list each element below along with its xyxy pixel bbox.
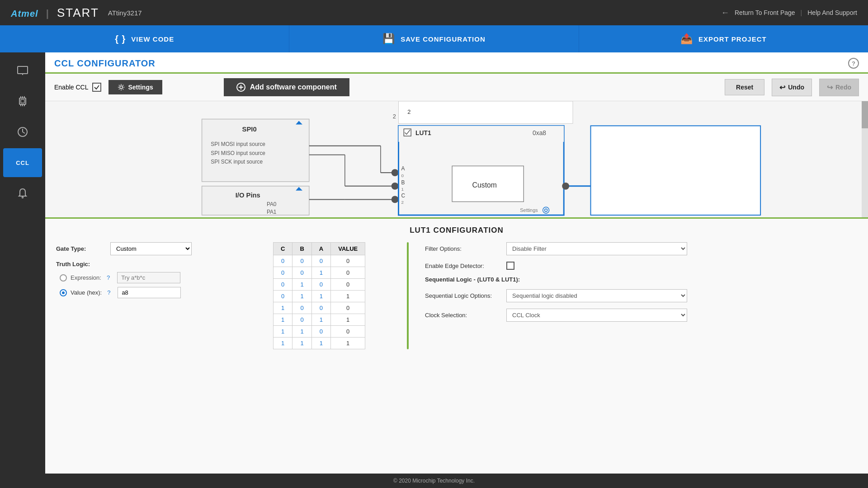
- return-front-page-link[interactable]: Return To Front Page: [735, 9, 795, 16]
- value-hex-input[interactable]: [118, 287, 181, 298]
- add-component-button[interactable]: Add software component: [224, 78, 349, 96]
- header: Atmel | START ATtiny3217 ← Return To Fro…: [0, 0, 868, 25]
- sequential-logic-title: Sequential Logic - (LUT0 & LUT1):: [425, 276, 857, 283]
- lut1-config-panel: LUT1 CONFIGURATION Gate Type: Custom Tru…: [45, 219, 868, 488]
- table-cell: 0: [331, 279, 365, 291]
- svg-text:0: 0: [401, 173, 404, 178]
- expression-input[interactable]: [117, 272, 180, 283]
- diagram-scrollbar[interactable]: [862, 101, 868, 217]
- svg-text:2: 2: [401, 200, 404, 205]
- svg-rect-4: [21, 99, 24, 103]
- config-middle: C B A VALUE 0000001001000111100010111100…: [273, 242, 400, 349]
- svg-text:2: 2: [393, 113, 396, 120]
- table-cell: 0: [311, 326, 330, 338]
- settings-button[interactable]: Settings: [108, 80, 162, 94]
- gate-type-row: Gate Type: Custom: [56, 242, 273, 255]
- view-code-button[interactable]: { } VIEW CODE: [0, 25, 289, 52]
- table-cell: 0: [292, 302, 311, 314]
- table-row: 0010: [274, 267, 365, 279]
- undo-icon: ↩: [779, 83, 785, 92]
- table-row: 0000: [274, 255, 365, 267]
- gear-icon: [118, 84, 125, 91]
- reset-label: Reset: [736, 84, 753, 91]
- enable-ccl-checkbox[interactable]: [92, 83, 101, 92]
- content-area: CCL CONFIGURATOR ? Enable CCL Settings: [45, 52, 868, 488]
- help-support-link[interactable]: Help And Support: [807, 9, 857, 16]
- filter-options-select[interactable]: Disable Filter: [506, 242, 687, 255]
- header-right: ← Return To Front Page | Help And Suppor…: [721, 8, 857, 18]
- save-config-button[interactable]: 💾 SAVE CONFIGURATION: [289, 25, 579, 52]
- ccl-header: CCL CONFIGURATOR ?: [45, 52, 868, 74]
- config-left: Gate Type: Custom Truth Logic: Expressio…: [56, 242, 273, 349]
- svg-text:1: 1: [401, 187, 404, 192]
- table-cell: 1: [331, 291, 365, 302]
- arrow-left-icon: ←: [721, 8, 729, 18]
- svg-text:LUT1: LUT1: [415, 129, 431, 136]
- gate-type-select[interactable]: Custom: [110, 242, 192, 255]
- sidebar-item-chip[interactable]: [3, 87, 42, 116]
- redo-button[interactable]: ↪ Redo: [819, 79, 859, 96]
- sequential-logic-select[interactable]: Sequential logic disabled: [506, 289, 687, 302]
- device-name: ATtiny3217: [108, 9, 142, 17]
- expression-radio[interactable]: [60, 274, 67, 282]
- sequential-logic-options-row: Sequential Logic Options: Sequential log…: [425, 289, 857, 302]
- sequential-logic-options-label: Sequential Logic Options:: [425, 292, 506, 299]
- config-right: Filter Options: Disable Filter Enable Ed…: [416, 242, 857, 349]
- logo-pipe: |: [46, 8, 49, 19]
- svg-text:SPI0: SPI0: [242, 126, 257, 133]
- save-icon: 💾: [382, 33, 395, 45]
- table-cell: 1: [331, 314, 365, 326]
- export-icon: 📤: [680, 33, 693, 45]
- table-cell: 0: [331, 302, 365, 314]
- value-hex-help-icon[interactable]: ?: [107, 289, 110, 296]
- table-cell: 1: [274, 314, 292, 326]
- svg-text:2: 2: [407, 108, 410, 115]
- diagram-svg: 2 SPI0 SPI MOSI input source SPI MISO in…: [45, 101, 868, 217]
- svg-text:B: B: [401, 179, 405, 186]
- diagram-area: 2 SPI0 SPI MOSI input source SPI MISO in…: [45, 101, 868, 219]
- svg-text:SPI MOSI input source: SPI MOSI input source: [211, 141, 265, 147]
- table-cell: 0: [331, 267, 365, 279]
- sequential-logic-title-row: Sequential Logic - (LUT0 & LUT1):: [425, 276, 857, 283]
- svg-point-15: [22, 197, 24, 198]
- undo-button[interactable]: ↩ Undo: [772, 79, 812, 96]
- svg-rect-21: [399, 101, 573, 123]
- diagram-scrollbar-thumb[interactable]: [862, 101, 868, 128]
- sidebar-item-screen[interactable]: [3, 56, 42, 85]
- filter-options-row: Filter Options: Disable Filter: [425, 242, 857, 255]
- clock-selection-select[interactable]: CCL Clock: [506, 309, 687, 322]
- sidebar-item-ccl[interactable]: CCL: [3, 148, 42, 177]
- ccl-help-icon[interactable]: ?: [848, 58, 859, 69]
- value-hex-row: Value (hex): ?: [60, 287, 273, 298]
- svg-text:Settings: Settings: [520, 207, 538, 213]
- checkmark-icon: [94, 84, 100, 90]
- lut1-config-title: LUT1 CONFIGURATION: [56, 226, 857, 235]
- ccl-title: CCL CONFIGURATOR: [54, 58, 156, 69]
- sidebar-item-bell[interactable]: [3, 179, 42, 208]
- enable-ccl-label: Enable CCL: [54, 84, 89, 91]
- table-cell: 0: [274, 255, 292, 267]
- sidebar-item-clock[interactable]: [3, 117, 42, 146]
- svg-rect-64: [591, 126, 761, 215]
- table-cell: 0: [292, 314, 311, 326]
- svg-point-63: [562, 183, 569, 190]
- svg-point-43: [392, 183, 399, 190]
- edge-detector-checkbox[interactable]: [506, 262, 514, 270]
- col-c-header: C: [274, 243, 292, 255]
- table-cell: 0: [311, 302, 330, 314]
- start-text: START: [57, 6, 99, 19]
- export-project-button[interactable]: 📤 EXPORT PROJECT: [579, 25, 868, 52]
- reset-button[interactable]: Reset: [725, 79, 764, 95]
- table-cell: 0: [274, 267, 292, 279]
- table-cell: 0: [274, 291, 292, 302]
- table-cell: 1: [292, 326, 311, 338]
- svg-text:C: C: [401, 193, 405, 199]
- svg-rect-29: [202, 186, 309, 215]
- add-component-label: Add software component: [250, 83, 337, 91]
- table-row: 0100: [274, 279, 365, 291]
- clock-selection-row: Clock Selection: CCL Clock: [425, 309, 857, 322]
- svg-point-16: [120, 86, 123, 89]
- enable-ccl-control: Enable CCL: [54, 83, 101, 92]
- expression-help-icon[interactable]: ?: [107, 274, 110, 281]
- value-hex-radio[interactable]: [60, 289, 67, 296]
